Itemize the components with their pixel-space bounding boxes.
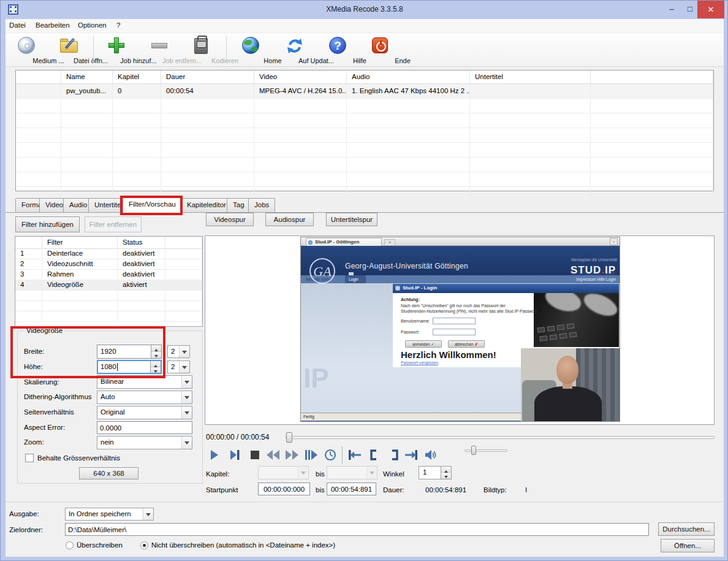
no-overwrite-radio[interactable] bbox=[140, 541, 148, 549]
browser-new-tab: + bbox=[384, 239, 395, 246]
seek-slider[interactable] bbox=[286, 436, 715, 439]
medium-button[interactable]: Medium ... bbox=[6, 35, 48, 66]
job-table[interactable]: Name Kapitel Dauer Video Audio Untertite… bbox=[15, 70, 714, 191]
open-button[interactable]: Öffnen... bbox=[661, 539, 715, 552]
refresh-icon bbox=[286, 37, 304, 55]
col-audio[interactable]: Audio bbox=[347, 71, 470, 84]
studip-content: IP Stud.IP - Login bbox=[301, 283, 620, 422]
col-kapitel[interactable]: Kapitel bbox=[113, 71, 161, 84]
rewind-button[interactable] bbox=[265, 448, 279, 462]
encoder-icon bbox=[194, 37, 213, 55]
quit-button[interactable]: Ende bbox=[360, 35, 403, 66]
filter-table-header: Filter Status bbox=[15, 237, 202, 249]
empty-row bbox=[16, 143, 713, 158]
job-row[interactable]: pw_youtub... 0 00:00:54 MPEG-4 AVC / H.2… bbox=[16, 84, 713, 99]
add-filter-button[interactable]: Filter hinzufügen bbox=[15, 216, 80, 232]
start-bracket-button[interactable] bbox=[367, 448, 381, 462]
filter-row-videogroesse[interactable]: 4Videogrößeaktiviert bbox=[15, 280, 202, 291]
col-name[interactable]: Name bbox=[61, 71, 113, 84]
menu-optionen[interactable]: Optionen bbox=[78, 21, 107, 29]
fast-forward-button[interactable] bbox=[284, 448, 297, 462]
col-status[interactable]: Status bbox=[118, 237, 165, 249]
stop-button[interactable] bbox=[248, 448, 262, 462]
menu-hilfe[interactable]: ? bbox=[116, 21, 120, 29]
hoehe-step-combo[interactable]: 2 bbox=[167, 361, 190, 373]
col-blank[interactable] bbox=[16, 71, 61, 84]
menu-bearbeiten[interactable]: Bearbeiten bbox=[36, 21, 70, 29]
browse-button[interactable]: Durchsuchen... bbox=[658, 522, 715, 536]
volume-thumb[interactable] bbox=[471, 446, 476, 455]
set-start-marker-button[interactable] bbox=[346, 448, 360, 462]
end-bracket-button[interactable] bbox=[388, 448, 401, 462]
col-filter[interactable]: Filter bbox=[42, 237, 118, 249]
overwrite-label: Überschreiben bbox=[77, 541, 123, 549]
annotation-red-box-videogroesse bbox=[10, 326, 165, 378]
no-overwrite-label: Nicht überschreiben (automatisch in <Dat… bbox=[151, 541, 335, 549]
folder-icon bbox=[60, 37, 78, 55]
subtitle-track-button[interactable]: Untertitelspur bbox=[326, 213, 377, 226]
zoom-combo[interactable]: nein bbox=[97, 436, 192, 449]
minimize-button[interactable]: – bbox=[664, 3, 680, 15]
person-head bbox=[556, 356, 578, 384]
add-job-button[interactable]: Job hinzuf... bbox=[96, 35, 138, 66]
filter-table[interactable]: Filter Status 1Deinterlacedeaktiviert 2V… bbox=[15, 236, 203, 327]
power-icon bbox=[372, 37, 390, 55]
winkel-spinner-input[interactable]: 1 bbox=[419, 466, 452, 479]
overwrite-radio[interactable] bbox=[66, 541, 74, 549]
clock-button[interactable] bbox=[324, 448, 337, 462]
endpunkt-input[interactable] bbox=[327, 483, 376, 495]
next-frame-button[interactable] bbox=[228, 448, 241, 462]
section-divider bbox=[6, 502, 724, 502]
person-body bbox=[534, 386, 602, 422]
chevron-down-icon bbox=[298, 467, 308, 479]
audio-track-button[interactable]: Audiospur bbox=[265, 213, 314, 226]
zielordner-input[interactable] bbox=[65, 523, 649, 536]
x-icon: ✗ bbox=[475, 342, 478, 346]
filter-row-deinterlace[interactable]: 1Deinterlacedeaktiviert bbox=[15, 249, 202, 259]
username-label: Benutzername: bbox=[401, 319, 430, 323]
home-button[interactable]: Home bbox=[230, 35, 273, 66]
check-icon: ✓ bbox=[431, 342, 434, 346]
title-bar[interactable]: XMedia Recode 3.3.5.8 – □ ✕ bbox=[1, 1, 728, 19]
col-dauer[interactable]: Dauer bbox=[161, 71, 254, 84]
tab-tag[interactable]: Tag bbox=[227, 198, 251, 212]
forgot-password-link: Passwort vergessen bbox=[401, 361, 438, 365]
menu-datei[interactable]: Datei bbox=[9, 21, 26, 29]
play-button[interactable] bbox=[208, 448, 221, 462]
tab-jobs[interactable]: Jobs bbox=[248, 198, 275, 212]
kapitel-label: Kapitel: bbox=[206, 470, 229, 478]
toolbar: Medium ... Datei öffn... Job hinzuf... J… bbox=[6, 33, 724, 67]
winkel-spinner[interactable] bbox=[441, 467, 451, 479]
question-icon: ? bbox=[329, 37, 347, 55]
update-button[interactable]: Auf Updat... bbox=[273, 35, 316, 66]
size-indicator-button[interactable]: 640 x 368 bbox=[79, 467, 138, 479]
output-mode-combo[interactable]: In Ordner speichern bbox=[65, 508, 154, 521]
chevron-down-icon bbox=[181, 376, 192, 388]
col-video[interactable]: Video bbox=[254, 71, 347, 84]
seitenverhaeltnis-combo[interactable]: Original bbox=[97, 406, 192, 419]
breite-step-combo[interactable]: 2 bbox=[167, 345, 190, 358]
skalierung-label: Skalierung: bbox=[24, 378, 59, 386]
filter-row-videozuschnitt[interactable]: 2Videozuschnittdeaktiviert bbox=[15, 259, 202, 270]
keep-ratio-checkbox[interactable] bbox=[25, 454, 34, 462]
bildtyp-value: I bbox=[525, 486, 527, 494]
aspect-error-input[interactable] bbox=[97, 421, 192, 434]
filter-row-rahmen[interactable]: 3Rahmendeaktiviert bbox=[15, 270, 202, 280]
startpunkt-input[interactable] bbox=[258, 483, 310, 495]
password-field bbox=[433, 329, 476, 335]
dithering-combo[interactable]: Auto bbox=[97, 391, 192, 404]
set-end-marker-button[interactable] bbox=[404, 448, 417, 462]
open-file-button[interactable]: Datei öffn... bbox=[48, 35, 91, 66]
col-untertitel[interactable]: Untertitel bbox=[470, 71, 591, 84]
seek-thumb[interactable] bbox=[286, 432, 292, 443]
help-button[interactable]: ? Hilfe bbox=[317, 35, 360, 66]
close-button[interactable]: ✕ bbox=[697, 1, 724, 18]
kapitel-to-combo bbox=[327, 466, 377, 479]
video-track-button[interactable]: Videospur bbox=[206, 213, 254, 226]
video-preview[interactable]: Stud.IP - Göttingen + - GA Georg-August-… bbox=[300, 237, 620, 422]
step-button[interactable] bbox=[304, 448, 317, 462]
maximize-button[interactable]: □ bbox=[682, 3, 698, 15]
username-field bbox=[433, 318, 476, 324]
tab-kapiteleditor[interactable]: Kapiteleditor bbox=[181, 198, 232, 212]
mute-button[interactable] bbox=[423, 448, 437, 462]
